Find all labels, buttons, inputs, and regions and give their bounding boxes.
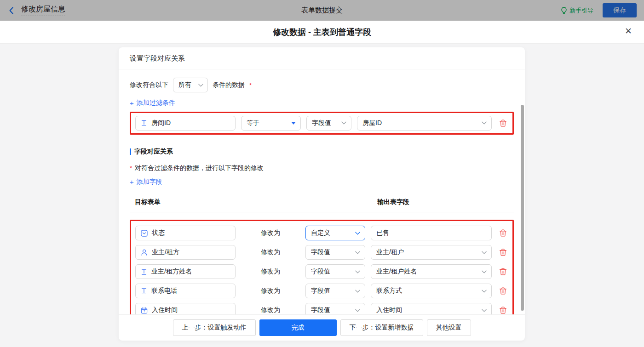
done-button[interactable]: 完成 xyxy=(259,319,337,336)
calendar-icon: 7 xyxy=(141,307,148,314)
beginner-guide-button[interactable]: 新手引导 xyxy=(561,6,593,15)
required-mark: * xyxy=(249,82,252,89)
modal-title: 修改数据 - 主表到普通字段 xyxy=(273,27,371,38)
other-settings-button[interactable]: 其他设置 xyxy=(427,319,471,336)
match-mode-value: 所有 xyxy=(178,81,191,89)
target-field-select[interactable]: 业主/租方 xyxy=(135,245,236,260)
save-button[interactable]: 保存 xyxy=(603,3,637,17)
output-field-select[interactable]: 业主/租户姓名 xyxy=(371,264,492,279)
column-header-target: 目标表单 xyxy=(135,198,161,205)
chevron-down-icon xyxy=(355,270,360,273)
value-type-select[interactable]: 字段值 xyxy=(305,303,365,314)
value-type-select[interactable]: 字段值 xyxy=(305,264,365,279)
next-step-button[interactable]: 下一步：设置新增数据 xyxy=(340,319,423,336)
output-field-select[interactable]: 入住时间 xyxy=(371,303,492,314)
delete-row-button[interactable] xyxy=(497,304,508,314)
filter-prefix-label: 修改符合以下 xyxy=(130,81,168,89)
chevron-down-icon xyxy=(482,309,487,312)
caret-down-icon xyxy=(291,122,296,125)
chevron-left-icon xyxy=(7,6,16,15)
condition-operator-select[interactable]: 等于 xyxy=(241,116,301,131)
plus-icon: + xyxy=(130,178,134,186)
panel-footer: 上一步：设置触发动作 完成 下一步：设置新增数据 其他设置 xyxy=(119,314,525,341)
modal-body: 设置字段对应关系 修改符合以下 所有 条件的数据 * + 添加过滤条件 xyxy=(0,44,644,347)
output-field-select[interactable]: 联系方式 xyxy=(371,284,492,298)
text-field-icon xyxy=(141,288,147,295)
condition-field-input[interactable]: 房间ID xyxy=(135,116,236,131)
chevron-down-icon xyxy=(482,121,487,125)
trash-icon xyxy=(499,248,507,256)
add-filter-condition-button[interactable]: + 添加过滤条件 xyxy=(130,99,175,107)
value-type-select[interactable]: 字段值 xyxy=(305,245,365,260)
trash-icon xyxy=(499,306,507,314)
page-title[interactable]: 修改房屋信息 xyxy=(21,5,65,16)
delete-row-button[interactable] xyxy=(497,227,508,239)
delete-row-button[interactable] xyxy=(497,266,508,278)
output-field-select[interactable]: 业主/租户 xyxy=(371,245,492,260)
plus-icon: + xyxy=(130,99,134,107)
svg-text:7: 7 xyxy=(144,310,145,313)
value-type-select[interactable]: 字段值 xyxy=(305,284,365,298)
mapping-row: 联系电话 修改为 字段值 联系方式 xyxy=(135,284,508,298)
mapping-row: 状态 修改为 自定义 xyxy=(135,226,508,240)
condition-value-select[interactable]: 房屋ID xyxy=(357,116,492,131)
modal-header: 修改数据 - 主表到普通字段 ✕ xyxy=(0,21,644,44)
value-type-select[interactable]: 自定义 xyxy=(305,226,365,240)
trash-icon xyxy=(499,287,507,295)
form-event-title: 表单数据提交 xyxy=(301,6,343,15)
mapping-row: 业主/租方姓名 修改为 字段值 业主/租户姓名 xyxy=(135,264,508,279)
trash-icon xyxy=(499,267,507,276)
close-icon[interactable]: ✕ xyxy=(625,27,632,35)
panel-section-title: 设置字段对应关系 xyxy=(119,47,525,69)
target-field-select[interactable]: 7 入住时间 xyxy=(135,303,236,314)
chevron-down-icon xyxy=(341,121,346,125)
top-navigation-bar: 修改房屋信息 表单数据提交 新手引导 保存 xyxy=(0,0,644,21)
person-icon xyxy=(141,249,148,256)
filter-condition-line: 修改符合以下 所有 条件的数据 * xyxy=(130,78,514,92)
column-header-output: 输出表字段 xyxy=(377,198,409,206)
chevron-down-icon xyxy=(355,232,360,235)
trash-icon xyxy=(499,229,507,237)
mapping-row: 业主/租方 修改为 字段值 业主/租户 xyxy=(135,245,508,260)
delete-condition-button[interactable] xyxy=(497,117,508,129)
beginner-guide-label: 新手引导 xyxy=(569,6,593,15)
mapping-section-title: 字段对应关系 xyxy=(134,148,173,156)
topbar-actions: 新手引导 保存 xyxy=(561,3,637,17)
panel-scroll-area: 修改符合以下 所有 条件的数据 * + 添加过滤条件 xyxy=(119,69,525,314)
section-accent-bar xyxy=(130,148,131,155)
mapping-column-headers: 目标表单 输出表字段 xyxy=(130,198,514,212)
chevron-down-icon xyxy=(355,251,360,254)
modify-to-label: 修改为 xyxy=(241,287,300,295)
select-field-icon xyxy=(141,230,148,237)
chevron-down-icon xyxy=(482,290,487,293)
text-field-icon xyxy=(141,268,147,275)
trash-icon xyxy=(499,119,507,127)
match-mode-select[interactable]: 所有 xyxy=(173,78,208,92)
chevron-down-icon xyxy=(482,251,487,254)
vertical-scrollbar[interactable] xyxy=(521,105,524,311)
modify-to-label: 修改为 xyxy=(241,306,300,314)
custom-value-input[interactable] xyxy=(371,226,492,240)
mapping-description: * 对符合过滤条件的数据，进行以下字段的修改 xyxy=(130,164,514,172)
target-field-select[interactable]: 状态 xyxy=(135,226,236,240)
mapping-section-header: 字段对应关系 xyxy=(130,148,514,156)
delete-row-button[interactable] xyxy=(497,285,508,297)
text-field-icon xyxy=(141,119,147,126)
delete-row-button[interactable] xyxy=(497,246,508,258)
target-field-select[interactable]: 业主/租方姓名 xyxy=(135,264,236,279)
add-field-button[interactable]: + 添加字段 xyxy=(130,178,162,186)
chevron-down-icon xyxy=(355,290,360,293)
annotation-box-filter: 房间ID 等于 字段值 房屋ID xyxy=(130,112,514,135)
previous-step-button[interactable]: 上一步：设置触发动作 xyxy=(173,319,256,336)
back-button[interactable] xyxy=(7,6,16,15)
condition-field-value: 房间ID xyxy=(151,119,171,127)
chevron-down-icon xyxy=(198,84,203,87)
required-mark: * xyxy=(130,165,132,171)
modify-to-label: 修改为 xyxy=(241,267,300,276)
chevron-down-icon xyxy=(355,309,360,312)
condition-value-type-select[interactable]: 字段值 xyxy=(306,116,351,131)
modify-to-label: 修改为 xyxy=(241,229,300,237)
field-mapping-panel: 设置字段对应关系 修改符合以下 所有 条件的数据 * + 添加过滤条件 xyxy=(119,47,525,341)
target-field-select[interactable]: 联系电话 xyxy=(135,284,236,298)
filter-condition-row: 房间ID 等于 字段值 房屋ID xyxy=(135,116,508,131)
